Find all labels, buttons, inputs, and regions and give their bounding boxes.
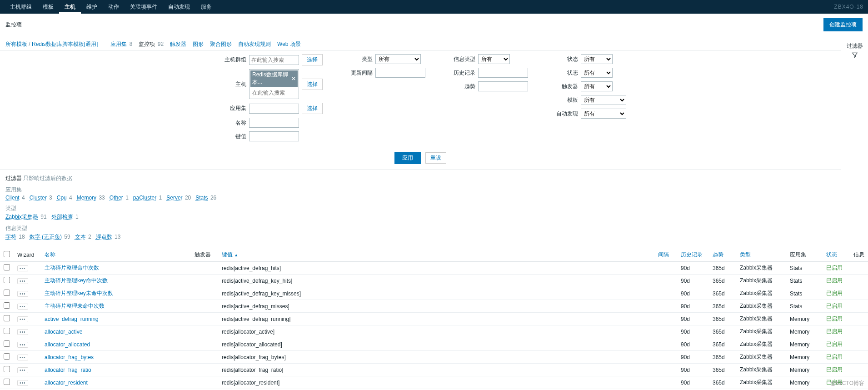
infotype-select[interactable]: 所有 <box>478 54 510 64</box>
row-checkbox[interactable] <box>4 328 10 334</box>
host-multiselect[interactable]: Redis数据库脚本...✕ <box>249 69 299 99</box>
item-status-link[interactable]: 已启用 <box>826 277 843 284</box>
apply-button[interactable]: 应用 <box>394 152 421 164</box>
row-checkbox[interactable] <box>4 379 10 385</box>
interval-input[interactable] <box>375 68 425 78</box>
key-input[interactable] <box>249 131 299 141</box>
subnav-tab-4[interactable]: 聚合图形 <box>210 41 232 47</box>
close-icon[interactable]: ✕ <box>291 75 296 82</box>
wizard-menu[interactable]: ••• <box>17 380 28 386</box>
item-name-link[interactable]: active_defrag_running <box>45 316 99 322</box>
facet-link[interactable]: Cpu <box>57 195 67 201</box>
facet-link[interactable]: paCluster <box>133 195 156 201</box>
item-name-link[interactable]: allocator_allocated <box>45 341 90 348</box>
item-status-link[interactable]: 已启用 <box>826 354 843 360</box>
col-history[interactable]: 历史记录 <box>681 251 703 258</box>
host-select-button[interactable]: 选择 <box>302 79 323 90</box>
facet-link[interactable]: Server <box>166 195 182 201</box>
type-select[interactable]: 所有 <box>375 54 421 64</box>
nav-item-1[interactable]: 模板 <box>37 0 59 14</box>
select-all-checkbox[interactable] <box>4 251 10 257</box>
wizard-menu[interactable]: ••• <box>17 291 28 297</box>
subnav-tab-0[interactable]: 应用集 <box>110 41 127 47</box>
subnav-tab-5[interactable]: 自动发现规则 <box>238 41 271 47</box>
item-status-link[interactable]: 已启用 <box>826 366 843 373</box>
history-input[interactable] <box>478 68 528 78</box>
facet-link[interactable]: 浮点数 <box>96 234 112 240</box>
row-checkbox[interactable] <box>4 264 10 270</box>
item-name-link[interactable]: 主动碎片整理key未命中次数 <box>45 290 113 296</box>
row-checkbox[interactable] <box>4 366 10 372</box>
appset-input[interactable] <box>249 104 299 114</box>
facet-link[interactable]: Other <box>110 195 123 201</box>
facet-link[interactable]: 文本 <box>75 234 86 240</box>
nav-item-7[interactable]: 服务 <box>195 0 217 14</box>
col-key[interactable]: 键值 ▲ <box>222 251 238 258</box>
wizard-menu[interactable]: ••• <box>17 304 28 310</box>
name-input[interactable] <box>249 118 299 128</box>
nav-item-0[interactable]: 主机群组 <box>5 0 37 14</box>
col-trends[interactable]: 趋势 <box>713 251 723 258</box>
col-type[interactable]: 类型 <box>740 251 751 258</box>
subnav-tab-1[interactable]: 监控项 <box>139 41 155 47</box>
subnav-tab-6[interactable]: Web 场景 <box>277 41 301 47</box>
appset-select-button[interactable]: 选择 <box>302 103 323 114</box>
item-name-link[interactable]: allocator_active <box>45 329 82 335</box>
breadcrumb-template[interactable]: Redis数据库脚本模板[通用] <box>32 41 98 47</box>
nav-item-6[interactable]: 自动发现 <box>163 0 195 14</box>
item-status-link[interactable]: 已启用 <box>826 328 843 335</box>
nav-item-2[interactable]: 主机 <box>59 0 81 14</box>
col-interval[interactable]: 间隔 <box>658 251 669 258</box>
status-select[interactable]: 所有 <box>581 68 613 78</box>
facet-link[interactable]: 字符 <box>5 234 16 240</box>
reset-button[interactable]: 重设 <box>425 152 446 164</box>
row-checkbox[interactable] <box>4 277 10 283</box>
col-name[interactable]: 名称 <box>45 251 55 258</box>
filter-toggle[interactable]: 过滤器 <box>841 39 868 62</box>
item-status-link[interactable]: 已启用 <box>826 265 843 271</box>
hostgroup-input[interactable] <box>249 55 299 65</box>
subnav-tab-2[interactable]: 触发器 <box>170 41 186 47</box>
row-checkbox[interactable] <box>4 340 10 347</box>
create-item-button[interactable]: 创建监控项 <box>823 18 863 31</box>
trends-input[interactable] <box>478 81 528 91</box>
host-input[interactable] <box>250 88 298 98</box>
wizard-menu[interactable]: ••• <box>17 355 28 360</box>
wizard-menu[interactable]: ••• <box>17 329 28 335</box>
facet-link[interactable]: Zabbix采集器 <box>5 214 38 220</box>
nav-item-3[interactable]: 维护 <box>81 0 103 14</box>
hostgroup-select-button[interactable]: 选择 <box>302 54 323 65</box>
row-checkbox[interactable] <box>4 290 10 296</box>
template-select[interactable]: 所有 <box>581 95 626 105</box>
facet-link[interactable]: Stats <box>195 195 208 201</box>
wizard-menu[interactable]: ••• <box>17 316 28 322</box>
item-name-link[interactable]: 主动碎片整理命中次数 <box>45 265 99 271</box>
facet-link[interactable]: 外部检查 <box>51 214 73 220</box>
facet-link[interactable]: 数字 (无正负) <box>30 234 62 240</box>
wizard-menu[interactable]: ••• <box>17 265 28 271</box>
wizard-menu[interactable]: ••• <box>17 342 28 348</box>
facet-link[interactable]: Cluster <box>30 195 47 201</box>
nav-item-5[interactable]: 关联项事件 <box>125 0 163 14</box>
breadcrumb-all-templates[interactable]: 所有模板 <box>5 41 27 47</box>
state-select[interactable]: 所有 <box>581 54 613 64</box>
discovery-select[interactable]: 所有 <box>581 109 626 119</box>
row-checkbox[interactable] <box>4 302 10 309</box>
wizard-menu[interactable]: ••• <box>17 278 28 284</box>
item-status-link[interactable]: 已启用 <box>826 303 843 309</box>
item-name-link[interactable]: 主动碎片整理未命中次数 <box>45 303 105 309</box>
row-checkbox[interactable] <box>4 353 10 360</box>
item-status-link[interactable]: 已启用 <box>826 315 843 322</box>
item-name-link[interactable]: 主动碎片整理key命中次数 <box>45 277 108 284</box>
host-tag[interactable]: Redis数据库脚本...✕ <box>250 70 298 87</box>
col-status[interactable]: 状态 <box>826 251 837 258</box>
item-status-link[interactable]: 已启用 <box>826 290 843 296</box>
item-name-link[interactable]: allocator_frag_ratio <box>45 367 91 373</box>
triggers-select[interactable]: 所有 <box>581 81 613 91</box>
nav-item-4[interactable]: 动作 <box>103 0 125 14</box>
item-name-link[interactable]: allocator_frag_bytes <box>45 354 94 360</box>
facet-link[interactable]: Memory <box>77 195 96 201</box>
item-status-link[interactable]: 已启用 <box>826 341 843 347</box>
wizard-menu[interactable]: ••• <box>17 367 28 373</box>
item-name-link[interactable]: allocator_resident <box>45 380 88 386</box>
